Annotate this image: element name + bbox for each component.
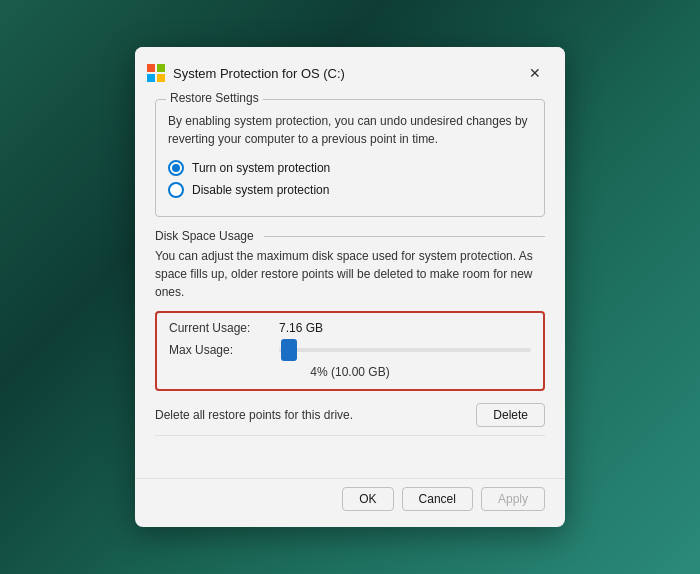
- dialog-title: System Protection for OS (C:): [173, 66, 345, 81]
- restore-settings-label: Restore Settings: [166, 91, 263, 105]
- ok-button[interactable]: OK: [342, 487, 393, 511]
- radio-on-indicator: [168, 160, 184, 176]
- radio-option-on[interactable]: Turn on system protection: [168, 160, 532, 176]
- current-usage-label: Current Usage:: [169, 321, 279, 335]
- radio-off-label: Disable system protection: [192, 183, 329, 197]
- max-usage-label: Max Usage:: [169, 343, 279, 357]
- usage-box: Current Usage: 7.16 GB Max Usage: 4% (10…: [155, 311, 545, 391]
- disk-space-section: Disk Space Usage You can adjust the maxi…: [155, 229, 545, 436]
- delete-desc: Delete all restore points for this drive…: [155, 408, 353, 422]
- title-bar: System Protection for OS (C:) ✕: [135, 47, 565, 95]
- current-usage-value: 7.16 GB: [279, 321, 323, 335]
- slider-thumb: [281, 339, 297, 361]
- slider-percent-label: 4% (10.00 GB): [169, 365, 531, 379]
- slider-container: [279, 348, 531, 352]
- delete-row: Delete all restore points for this drive…: [155, 403, 545, 436]
- restore-settings-desc: By enabling system protection, you can u…: [168, 112, 532, 148]
- disk-space-header: Disk Space Usage: [155, 229, 545, 243]
- close-button[interactable]: ✕: [521, 59, 549, 87]
- dialog-footer: OK Cancel Apply: [135, 478, 565, 527]
- cancel-button[interactable]: Cancel: [402, 487, 473, 511]
- system-protection-dialog: System Protection for OS (C:) ✕ Restore …: [135, 47, 565, 527]
- radio-on-label: Turn on system protection: [192, 161, 330, 175]
- slider-track: [279, 348, 531, 352]
- radio-off-indicator: [168, 182, 184, 198]
- disk-space-label: Disk Space Usage: [155, 229, 254, 243]
- current-usage-row: Current Usage: 7.16 GB: [169, 321, 531, 335]
- restore-settings-group: Restore Settings By enabling system prot…: [155, 99, 545, 217]
- max-usage-row: Max Usage:: [169, 343, 531, 357]
- title-bar-left: System Protection for OS (C:): [147, 64, 345, 82]
- dialog-content: Restore Settings By enabling system prot…: [135, 95, 565, 478]
- delete-button[interactable]: Delete: [476, 403, 545, 427]
- apply-button[interactable]: Apply: [481, 487, 545, 511]
- radio-option-off[interactable]: Disable system protection: [168, 182, 532, 198]
- windows-icon: [147, 64, 165, 82]
- disk-space-desc: You can adjust the maximum disk space us…: [155, 247, 545, 301]
- disk-line: [264, 236, 545, 237]
